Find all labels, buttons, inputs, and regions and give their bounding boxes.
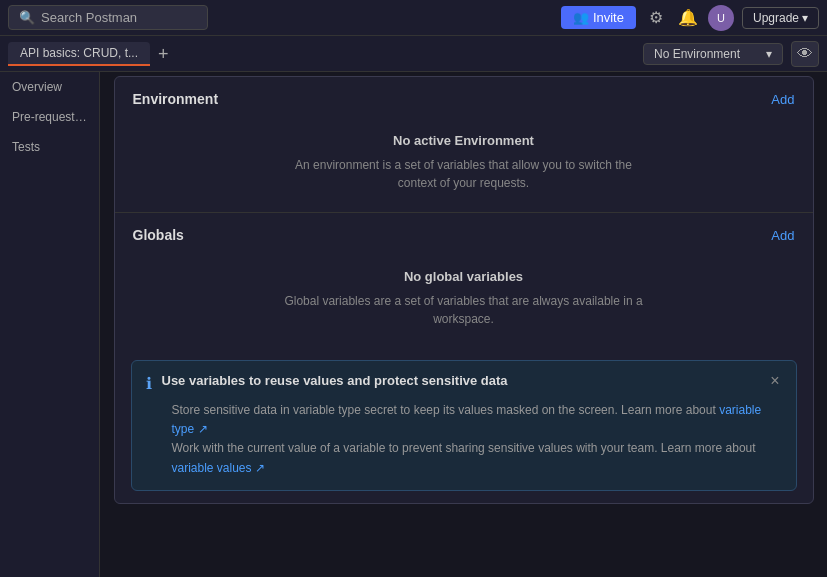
tip-info-icon: ℹ <box>146 374 152 393</box>
add-tab-icon: + <box>158 44 169 64</box>
environment-section-title: Environment <box>133 91 219 107</box>
settings-icon[interactable]: ⚙ <box>644 6 668 30</box>
environment-empty-desc: An environment is a set of variables tha… <box>139 156 789 192</box>
sidebar-item-overview[interactable]: Overview <box>0 72 99 102</box>
globals-section-title: Globals <box>133 227 184 243</box>
main-area: Overview Pre-request Script Tests API ba… <box>0 72 827 577</box>
environment-empty-title: No active Environment <box>139 133 789 148</box>
globals-empty-desc: Global variables are a set of variables … <box>139 292 789 328</box>
search-placeholder: Search Postman <box>41 10 137 25</box>
environment-section-header: Environment Add <box>115 77 813 117</box>
globals-empty-title: No global variables <box>139 269 789 284</box>
tabbar-right: No Environment ▾ 👁 <box>643 41 819 67</box>
variable-values-link[interactable]: variable values ↗ <box>172 461 265 475</box>
env-dropdown-label: No Environment <box>654 47 740 61</box>
sidebar-item-prerequest[interactable]: Pre-request Script <box>0 102 99 132</box>
globals-add-button[interactable]: Add <box>771 228 794 243</box>
tip-body: Store sensitive data in variable type se… <box>146 401 782 478</box>
globals-empty-state: No global variables Global variables are… <box>115 253 813 348</box>
add-tab-button[interactable]: + <box>150 45 177 63</box>
topbar-right: 👥 Invite ⚙ 🔔 U Upgrade ▾ <box>561 5 819 31</box>
upgrade-button[interactable]: Upgrade ▾ <box>742 7 819 29</box>
search-icon: 🔍 <box>19 10 35 25</box>
bell-icon[interactable]: 🔔 <box>676 6 700 30</box>
tip-title: Use variables to reuse values and protec… <box>162 373 759 388</box>
upgrade-chevron: ▾ <box>802 11 808 25</box>
avatar-initials: U <box>717 12 725 24</box>
env-dropdown-chevron: ▾ <box>766 47 772 61</box>
tabbar: API basics: CRUD, t... + No Environment … <box>0 36 827 72</box>
upgrade-label: Upgrade <box>753 11 799 25</box>
tip-body2: Work with the current value of a variabl… <box>172 441 756 455</box>
tab-label: API basics: CRUD, t... <box>20 46 138 60</box>
environment-dropdown[interactable]: No Environment ▾ <box>643 43 783 65</box>
eye-icon[interactable]: 👁 <box>791 41 819 67</box>
environment-empty-state: No active Environment An environment is … <box>115 117 813 212</box>
sidebar: Overview Pre-request Script Tests <box>0 72 100 577</box>
topbar: 🔍 Search Postman 👥 Invite ⚙ 🔔 U Upgrade … <box>0 0 827 36</box>
sidebar-item-tests[interactable]: Tests <box>0 132 99 162</box>
overlay: Environment Add No active Environment An… <box>100 72 827 577</box>
environment-add-button[interactable]: Add <box>771 92 794 107</box>
environment-panel: Environment Add No active Environment An… <box>114 76 814 504</box>
search-box[interactable]: 🔍 Search Postman <box>8 5 208 30</box>
invite-label: Invite <box>593 10 624 25</box>
tip-body1: Store sensitive data in variable type se… <box>172 403 716 417</box>
avatar[interactable]: U <box>708 5 734 31</box>
active-tab[interactable]: API basics: CRUD, t... <box>8 42 150 66</box>
invite-button[interactable]: 👥 Invite <box>561 6 636 29</box>
tip-close-button[interactable]: × <box>768 373 781 389</box>
globals-section-header: Globals Add <box>115 213 813 253</box>
tip-header: ℹ Use variables to reuse values and prot… <box>146 373 782 393</box>
invite-icon: 👥 <box>573 10 589 25</box>
tip-banner: ℹ Use variables to reuse values and prot… <box>131 360 797 491</box>
